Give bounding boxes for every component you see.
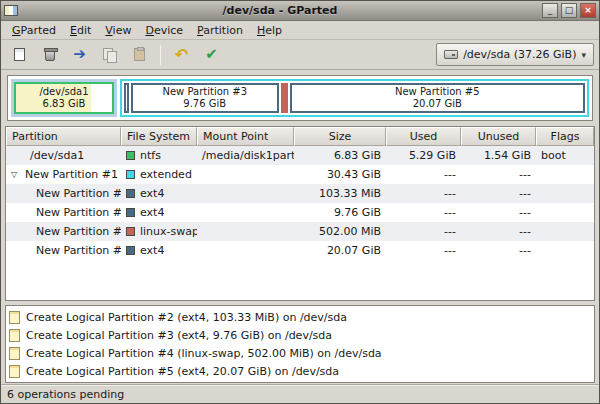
- column-header-partition[interactable]: Partition: [6, 127, 121, 146]
- menubar: GParted Edit View Device Partition Help: [1, 21, 599, 40]
- operation-icon: [9, 329, 20, 342]
- partition-name: /dev/sda1: [30, 149, 84, 162]
- table-row[interactable]: New Partition #5 ext4 20.07 GiB --- ---: [6, 241, 594, 260]
- maximize-button[interactable]: □: [561, 3, 577, 18]
- segment-label: New Partition #5: [395, 86, 480, 98]
- table-header: Partition File System Mount Point Size U…: [6, 127, 594, 146]
- extended-swatch-icon: [126, 170, 135, 179]
- status-bar: 6 operations pending: [1, 385, 599, 403]
- menu-edit[interactable]: Edit: [63, 22, 98, 39]
- cell-used: ---: [386, 184, 461, 203]
- gparted-window: /dev/sda - GParted _ □ × GParted Edit Vi…: [0, 0, 600, 404]
- cell-used: ---: [386, 241, 461, 260]
- menu-gparted[interactable]: GParted: [5, 22, 63, 39]
- expander-icon[interactable]: ▽: [11, 170, 25, 179]
- table-row[interactable]: /dev/sda1 ntfs /media/disk1part1 6.83 Gi…: [6, 146, 594, 165]
- table-row[interactable]: New Partition #4 linux-swap 502.00 MiB -…: [6, 222, 594, 241]
- delete-partition-button[interactable]: [36, 42, 63, 67]
- partition-table: Partition File System Mount Point Size U…: [5, 126, 595, 301]
- cell-flags: [536, 165, 594, 184]
- partition-bar: /dev/sda1 6.83 GiB New Partition #3 9.76…: [7, 75, 593, 121]
- cell-size: 103.33 MiB: [294, 184, 386, 203]
- partition-segment-5[interactable]: New Partition #5 20.07 GiB: [290, 83, 585, 113]
- cell-partition: New Partition #2: [6, 184, 121, 203]
- segment-size: 20.07 GiB: [413, 98, 462, 110]
- device-selector[interactable]: /dev/sda (37.26 GiB) ▾: [436, 43, 594, 66]
- cell-partition: New Partition #4: [6, 222, 121, 241]
- filesystem-name: extended: [140, 168, 192, 181]
- filesystem-name: ext4: [140, 244, 164, 257]
- cell-filesystem: extended: [121, 165, 197, 184]
- undo-button[interactable]: ↶: [168, 42, 195, 67]
- column-header-unused[interactable]: Unused: [461, 127, 536, 146]
- partition-name: New Partition #5: [36, 244, 121, 257]
- cell-used: ---: [386, 165, 461, 184]
- cell-unused: 1.54 GiB: [461, 146, 536, 165]
- cell-filesystem: ext4: [121, 203, 197, 222]
- cell-size: 502.00 MiB: [294, 222, 386, 241]
- device-selector-value: /dev/sda (37.26 GiB): [463, 48, 576, 61]
- status-text: 6 operations pending: [7, 388, 124, 401]
- filesystem-name: ntfs: [140, 149, 161, 162]
- cell-mountpoint: [197, 222, 294, 241]
- column-header-used[interactable]: Used: [386, 127, 461, 146]
- titlebar[interactable]: /dev/sda - GParted _ □ ×: [1, 1, 599, 21]
- apply-icon: ✔: [205, 47, 218, 62]
- cell-filesystem: linux-swap: [121, 222, 197, 241]
- cell-size: 20.07 GiB: [294, 241, 386, 260]
- menu-device[interactable]: Device: [138, 22, 190, 39]
- minimize-button[interactable]: _: [542, 3, 558, 18]
- copy-button[interactable]: [96, 42, 123, 67]
- cell-flags: [536, 203, 594, 222]
- copy-icon: [103, 48, 117, 62]
- cell-unused: ---: [461, 241, 536, 260]
- cell-unused: ---: [461, 165, 536, 184]
- ext4-swatch-icon: [126, 189, 135, 198]
- cell-mountpoint: [197, 165, 294, 184]
- chevron-down-icon: ▾: [581, 50, 586, 60]
- cell-flags: [536, 184, 594, 203]
- cell-filesystem: ext4: [121, 184, 197, 203]
- paste-button[interactable]: [126, 42, 153, 67]
- cell-flags: [536, 241, 594, 260]
- cell-unused: ---: [461, 184, 536, 203]
- filesystem-name: ext4: [140, 206, 164, 219]
- cell-used: ---: [386, 203, 461, 222]
- ntfs-swatch-icon: [126, 151, 135, 160]
- cell-size: 30.43 GiB: [294, 165, 386, 184]
- operation-icon: [9, 311, 20, 324]
- segment-size: 6.83 GiB: [43, 98, 86, 110]
- window-title: /dev/sda - GParted: [21, 4, 539, 17]
- column-header-size[interactable]: Size: [294, 127, 386, 146]
- table-row[interactable]: ▽New Partition #1 extended 30.43 GiB ---…: [6, 165, 594, 184]
- cell-used: 5.29 GiB: [386, 146, 461, 165]
- cell-size: 6.83 GiB: [294, 146, 386, 165]
- partition-segment-sda1-selection: /dev/sda1 6.83 GiB: [11, 79, 117, 117]
- cell-partition: /dev/sda1: [6, 146, 121, 165]
- table-row[interactable]: New Partition #3 ext4 9.76 GiB --- ---: [6, 203, 594, 222]
- menu-help[interactable]: Help: [250, 22, 289, 39]
- column-header-filesystem[interactable]: File System: [121, 127, 197, 146]
- column-header-mountpoint[interactable]: Mount Point: [197, 127, 294, 146]
- table-row[interactable]: New Partition #2 ext4 103.33 MiB --- ---: [6, 184, 594, 203]
- ext4-swatch-icon: [126, 246, 135, 255]
- partition-segment-4[interactable]: [281, 83, 288, 113]
- column-header-flags[interactable]: Flags: [536, 127, 594, 146]
- menu-view[interactable]: View: [98, 22, 138, 39]
- partition-name: New Partition #3: [36, 206, 121, 219]
- mount-point: /media/disk1part1: [202, 149, 294, 162]
- close-button[interactable]: ×: [580, 3, 596, 18]
- pending-operations-list: Create Logical Partition #2 (ext4, 103.3…: [5, 305, 595, 383]
- resize-move-button[interactable]: ➔: [66, 42, 93, 67]
- operation-text: Create Logical Partition #2 (ext4, 103.3…: [26, 311, 347, 324]
- operation-item: Create Logical Partition #4 (linux-swap,…: [9, 344, 591, 362]
- partition-segment-sda1[interactable]: /dev/sda1 6.83 GiB: [14, 82, 114, 114]
- partition-segment-2[interactable]: [124, 83, 129, 113]
- partition-segment-extended[interactable]: New Partition #3 9.76 GiB New Partition …: [120, 79, 589, 117]
- segment-label: New Partition #3: [162, 86, 247, 98]
- menu-partition[interactable]: Partition: [190, 22, 250, 39]
- partition-segment-3[interactable]: New Partition #3 9.76 GiB: [131, 83, 279, 113]
- new-partition-button[interactable]: [6, 42, 33, 67]
- resize-move-icon: ➔: [73, 47, 86, 62]
- apply-button[interactable]: ✔: [198, 42, 225, 67]
